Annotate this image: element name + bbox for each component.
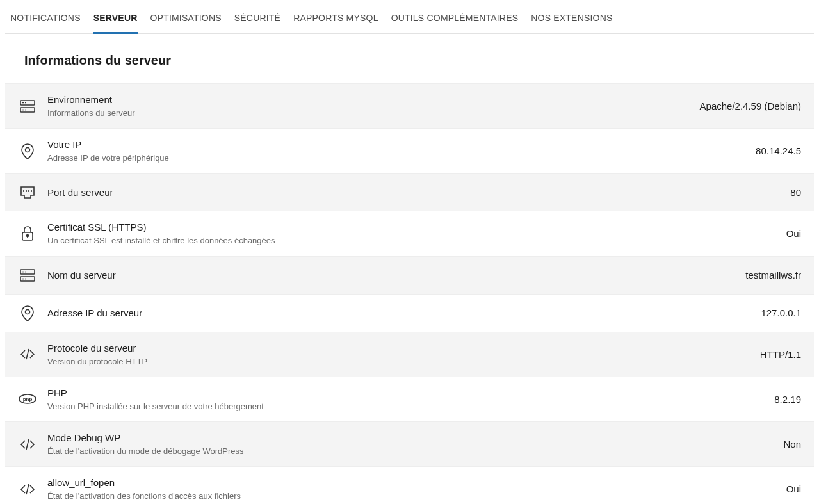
lock-icon (18, 224, 37, 243)
list-item: Votre IP Adresse IP de votre périphériqu… (5, 128, 814, 173)
tabs-bar: NOTIFICATIONS SERVEUR OPTIMISATIONS SÉCU… (5, 4, 814, 34)
server-icon (18, 97, 37, 116)
tab-outils-complementaires[interactable]: OUTILS COMPLÉMENTAIRES (391, 4, 519, 33)
svg-text:php: php (23, 396, 33, 402)
svg-line-24 (26, 439, 29, 450)
tab-notifications[interactable]: NOTIFICATIONS (10, 4, 81, 33)
section-title: Informations du serveur (5, 34, 814, 83)
row-value: testmaillws.fr (738, 270, 801, 280)
row-title: Mode Debug WP (47, 431, 775, 444)
list-item: Environnement Informations du serveur Ap… (5, 83, 814, 128)
server-info-list: Environnement Informations du serveur Ap… (5, 83, 814, 504)
code-icon (18, 480, 37, 499)
list-item: allow_url_fopen État de l'activation des… (5, 466, 814, 504)
row-title: Environnement (47, 93, 692, 106)
svg-point-20 (26, 309, 30, 314)
ethernet-icon (18, 183, 37, 202)
row-value: 80.14.24.5 (748, 145, 801, 156)
row-value: 8.2.19 (766, 394, 801, 405)
row-desc: Version du protocole HTTP (47, 356, 752, 368)
row-value: Apache/2.4.59 (Debian) (692, 101, 801, 111)
list-item: Protocole du serveur Version du protocol… (5, 332, 814, 377)
tab-rapports-mysql[interactable]: RAPPORTS MYSQL (293, 4, 378, 33)
svg-point-6 (26, 147, 30, 152)
svg-line-21 (26, 349, 29, 359)
row-title: Protocole du serveur (47, 341, 752, 355)
row-value: HTTP/1.1 (752, 349, 801, 360)
tab-nos-extensions[interactable]: NOS EXTENSIONS (531, 4, 612, 33)
row-value: 80 (783, 187, 801, 198)
row-desc: Un certificat SSL est installé et chiffr… (47, 235, 779, 247)
tab-securite[interactable]: SÉCURITÉ (234, 4, 280, 33)
row-desc: État de l'activation des fonctions d'acc… (47, 491, 779, 502)
row-desc: Informations du serveur (47, 108, 692, 119)
row-title: Votre IP (47, 138, 748, 151)
row-value: Oui (779, 228, 801, 239)
row-desc: Adresse IP de votre périphérique (47, 152, 748, 164)
list-item: Adresse IP du serveur 127.0.0.1 (5, 294, 814, 332)
svg-line-25 (26, 484, 29, 494)
tab-optimisations[interactable]: OPTIMISATIONS (150, 4, 222, 33)
row-desc: État de l'activation du mode de débogage… (47, 446, 775, 457)
list-item: Nom du serveur testmaillws.fr (5, 256, 814, 294)
list-item: Certificat SSL (HTTPS) Un certificat SSL… (5, 211, 814, 256)
row-title: Adresse IP du serveur (47, 306, 753, 320)
list-item: php PHP Version PHP installée sur le ser… (5, 377, 814, 421)
row-value: 127.0.0.1 (753, 307, 801, 318)
row-title: PHP (47, 386, 766, 400)
row-title: Nom du serveur (47, 268, 738, 282)
list-item: Mode Debug WP État de l'activation du mo… (5, 421, 814, 466)
row-value: Oui (779, 484, 801, 494)
row-title: Certificat SSL (HTTPS) (47, 220, 779, 234)
row-title: Port du serveur (47, 186, 783, 199)
list-item: Port du serveur 80 (5, 173, 814, 211)
row-value: Non (775, 439, 801, 450)
row-desc: Version PHP installée sur le serveur de … (47, 401, 766, 412)
pin-icon (18, 304, 37, 323)
php-icon: php (18, 389, 37, 409)
server-icon (18, 266, 37, 285)
pin-icon (18, 142, 37, 161)
code-icon (18, 435, 37, 454)
row-title: allow_url_fopen (47, 476, 779, 489)
tab-serveur[interactable]: SERVEUR (93, 4, 138, 34)
code-icon (18, 345, 37, 364)
